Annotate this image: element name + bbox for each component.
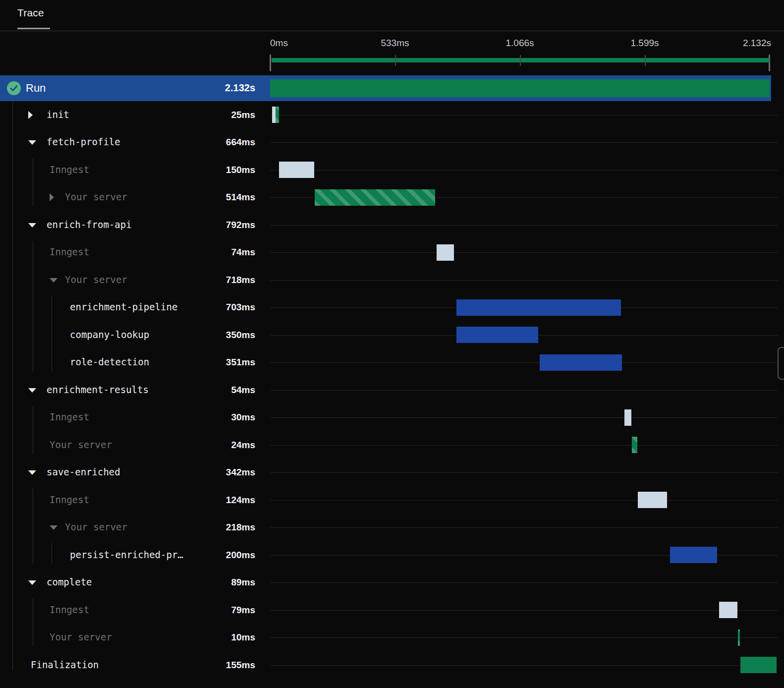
span-bar-gray[interactable] <box>719 602 737 618</box>
trace-row-duration: 89ms <box>166 577 255 588</box>
span-bar-gray[interactable] <box>638 492 667 508</box>
trace-row-duration: 703ms <box>166 302 255 313</box>
span-bar-green-hatch[interactable] <box>315 189 435 206</box>
tab-trace[interactable]: Trace <box>17 7 44 31</box>
trace-row-your-server[interactable]: Your server218ms <box>0 514 784 542</box>
row-gridline <box>270 665 778 666</box>
trace-row-init[interactable]: init25ms <box>0 101 784 129</box>
trace-row-duration: 350ms <box>166 330 255 341</box>
trace-row-inngest[interactable]: Inngest150ms <box>0 156 784 184</box>
span-bar-green-hatch[interactable] <box>632 437 637 453</box>
span-bar-green-hatch[interactable] <box>276 107 279 123</box>
trace-row-inngest[interactable]: Inngest74ms <box>0 239 784 267</box>
caret-down-icon[interactable] <box>28 140 36 145</box>
trace-row-label: save-enriched <box>47 466 120 477</box>
caret-down-icon[interactable] <box>50 525 57 530</box>
trace-row-duration: 79ms <box>166 605 255 616</box>
span-bar-gray[interactable] <box>272 107 276 123</box>
caret-right-icon[interactable] <box>50 193 54 201</box>
row-gridline <box>270 417 778 418</box>
caret-down-icon[interactable] <box>28 580 36 585</box>
trace-row-label: complete <box>47 576 92 587</box>
span-bar-blue[interactable] <box>670 547 717 563</box>
axis-tick-label: 533ms <box>381 38 409 49</box>
row-gridline <box>270 280 778 281</box>
trace-row-inngest[interactable]: Inngest30ms <box>0 404 784 432</box>
span-bar-blue[interactable] <box>456 299 621 316</box>
row-gridline <box>270 527 778 528</box>
trace-row-duration: 342ms <box>166 467 255 478</box>
span-bar-blue[interactable] <box>456 327 538 343</box>
run-row-duration: 2.132s <box>166 82 255 94</box>
trace-row-label: init <box>47 109 69 120</box>
trace-row-inngest[interactable]: Inngest124ms <box>0 486 784 514</box>
trace-row-label: Inngest <box>50 494 89 505</box>
trace-row-duration: 155ms <box>166 660 255 671</box>
trace-row-duration: 664ms <box>166 137 255 148</box>
caret-down-icon[interactable] <box>28 388 36 393</box>
trace-row-enrich-from-api[interactable]: enrich-from-api792ms <box>0 211 784 239</box>
trace-row-company-lookup[interactable]: company-lookup350ms <box>0 321 784 349</box>
tab-trace-label: Trace <box>17 7 44 18</box>
trace-row-label: Inngest <box>50 411 89 422</box>
row-gridline <box>270 582 778 583</box>
row-gridline <box>270 362 778 363</box>
minimap-mid-tick <box>395 55 396 66</box>
span-bar-green[interactable] <box>740 657 777 673</box>
run-row-label: Run <box>26 82 46 95</box>
trace-row-duration: 10ms <box>166 632 255 643</box>
row-gridline <box>270 390 778 391</box>
axis-tick-label: 0ms <box>270 38 288 49</box>
caret-down-icon[interactable] <box>50 278 57 283</box>
trace-row-fetch-profile[interactable]: fetch-profile664ms <box>0 129 784 157</box>
indent-guide-line <box>52 296 52 372</box>
trace-row-duration: 792ms <box>166 220 255 230</box>
trace-row-your-server[interactable]: Your server10ms <box>0 624 784 652</box>
trace-row-save-enriched[interactable]: save-enriched342ms <box>0 459 784 487</box>
caret-right-icon[interactable] <box>28 111 33 119</box>
span-bar-green-hatch[interactable] <box>738 630 740 646</box>
trace-row-your-server[interactable]: Your server514ms <box>0 184 784 212</box>
scrollbar-thumb[interactable] <box>778 347 784 380</box>
trace-row-label: Inngest <box>50 604 89 615</box>
span-bar-gray[interactable] <box>624 409 631 426</box>
axis-tick-label: 1.599s <box>630 38 659 49</box>
trace-row-finalization[interactable]: Finalization155ms <box>0 651 784 679</box>
trace-row-label: enrichment-results <box>47 384 149 395</box>
span-bar-blue[interactable] <box>540 354 622 371</box>
trace-row-complete[interactable]: complete89ms <box>0 569 784 597</box>
row-gridline <box>270 115 778 115</box>
trace-row-your-server[interactable]: Your server718ms <box>0 266 784 294</box>
trace-row-role-detection[interactable]: role-detection351ms <box>0 349 784 377</box>
row-gridline <box>270 610 778 611</box>
trace-row-duration: 24ms <box>166 440 255 451</box>
indent-guide-line <box>33 406 33 454</box>
trace-row-enrichment-pipeline[interactable]: enrichment-pipeline703ms <box>0 294 784 322</box>
axis-tick-label: 2.132s <box>743 38 771 49</box>
trace-row-inngest[interactable]: Inngest79ms <box>0 596 784 624</box>
trace-row-persist-enriched-pr-[interactable]: persist-enriched-pr…200ms <box>0 541 784 569</box>
trace-row-duration: 74ms <box>166 247 255 258</box>
trace-row-duration: 200ms <box>166 550 255 561</box>
trace-row-your-server[interactable]: Your server24ms <box>0 431 784 459</box>
trace-row-label: Your server <box>65 191 127 202</box>
trace-panel: Trace 0ms533ms1.066s1.599s2.132s Run 2.1… <box>0 0 784 688</box>
minimap-mid-tick <box>520 55 521 66</box>
span-bar-gray[interactable] <box>279 162 314 178</box>
row-gridline <box>270 142 778 143</box>
indent-guide-line <box>12 101 13 670</box>
caret-down-icon[interactable] <box>28 470 36 475</box>
tab-active-underline <box>17 28 50 29</box>
trace-row-label: Inngest <box>50 164 89 175</box>
run-span-bar[interactable] <box>270 79 770 97</box>
trace-row-duration: 718ms <box>166 275 255 286</box>
trace-row-enrichment-results[interactable]: enrichment-results54ms <box>0 376 784 404</box>
row-gridline <box>270 252 778 253</box>
caret-down-icon[interactable] <box>28 223 36 228</box>
span-bar-gray[interactable] <box>437 244 454 261</box>
trace-row-label: Your server <box>50 631 112 642</box>
minimap-end-tick <box>270 55 271 71</box>
trace-row-duration: 351ms <box>166 357 255 368</box>
trace-row-label: Your server <box>65 274 127 285</box>
run-row[interactable]: Run 2.132s <box>0 75 771 101</box>
